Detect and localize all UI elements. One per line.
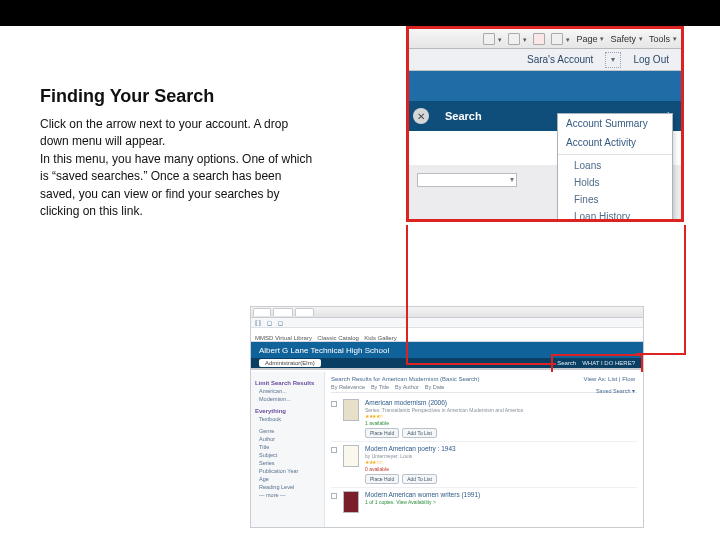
sidebar: Limit Search Results American... Moderni… <box>251 372 325 527</box>
ie-home-icon[interactable] <box>483 33 502 45</box>
toolbar-item[interactable]: ◻ <box>278 319 283 326</box>
ie-safety-menu[interactable]: Safety <box>610 34 643 44</box>
dd-fines[interactable]: Fines <box>558 191 672 208</box>
slide-heading: Finding Your Search <box>40 86 214 107</box>
sidebar-item[interactable]: Modernism... <box>255 396 320 402</box>
sidebar-item[interactable]: Textbook <box>255 416 320 422</box>
toolbar-item[interactable]: ⟦⟧ <box>255 319 261 326</box>
ie-tools-menu[interactable]: Tools <box>649 34 677 44</box>
nav-search-label[interactable]: Search <box>445 110 482 122</box>
browser-toolbar: ⟦⟧ ◻ ◻ <box>251 318 643 328</box>
app-screenshot: ⟦⟧ ◻ ◻ MMSD Virtual Library Classic Cata… <box>250 306 644 528</box>
cover-thumb[interactable] <box>343 445 359 467</box>
result-availability: 0 available <box>365 466 637 472</box>
viewas-list[interactable]: List <box>608 376 617 382</box>
school-name: Albert G Lane Technical High School <box>259 346 389 355</box>
callout-line <box>406 225 408 365</box>
sort-opt[interactable]: By Relevance <box>331 384 365 390</box>
callout-line <box>406 363 556 365</box>
sidebar-facet[interactable]: Reading Level <box>255 484 320 490</box>
ie-print-icon[interactable] <box>551 33 570 45</box>
sidebar-facet[interactable]: Age <box>255 476 320 482</box>
result-title[interactable]: American modernism (2006) <box>365 399 637 406</box>
site-top-nav: MMSD Virtual Library Classic Catalog Kid… <box>251 328 643 342</box>
ie-mail-icon[interactable] <box>533 33 545 45</box>
zoom-callout: Page Safety Tools Sara's Account ▾ Log O… <box>406 26 684 222</box>
slide-top-bar <box>0 0 720 26</box>
sidebar-facet[interactable]: Series <box>255 460 320 466</box>
place-hold-button[interactable]: Place Hold <box>365 474 399 484</box>
dropdown-input[interactable]: ▾ <box>417 173 517 187</box>
admin-right-search[interactable]: Search <box>557 360 576 366</box>
result-stars: ★★★☆☆ <box>365 459 637 465</box>
callout-line <box>684 225 686 355</box>
viewas-flow[interactable]: Flow <box>622 376 635 382</box>
dd-account-summary[interactable]: Account Summary <box>558 114 672 133</box>
add-to-list-button[interactable]: Add To List <box>402 428 437 438</box>
result-stars: ★★★★☆ <box>365 413 637 419</box>
sidebar-item[interactable]: American... <box>255 388 320 394</box>
result-checkbox[interactable] <box>331 493 337 499</box>
close-icon[interactable]: ✕ <box>413 108 429 124</box>
zoom-below: ✕ Search ch List | Flow ▾ Account Summar… <box>409 71 681 219</box>
sidebar-facet[interactable]: Author <box>255 436 320 442</box>
ie-feeds-icon[interactable] <box>508 33 527 45</box>
account-name[interactable]: Sara's Account <box>523 54 597 65</box>
browser-tabs <box>251 307 643 318</box>
school-banner: Albert G Lane Technical High School <box>251 342 643 358</box>
sidebar-section: Everything <box>255 408 320 414</box>
browser-tab[interactable] <box>295 308 313 316</box>
browser-tab[interactable] <box>253 308 271 316</box>
result-title[interactable]: Modern American women writers (1991) <box>365 491 637 498</box>
result-availability: 1 available <box>365 420 637 426</box>
result-row: Modern American women writers (1991) 1 o… <box>331 488 637 516</box>
sidebar-facet[interactable]: Title <box>255 444 320 450</box>
callout-line <box>636 353 686 355</box>
add-to-list-button[interactable]: Add To List <box>402 474 437 484</box>
logout-link[interactable]: Log Out <box>629 54 673 65</box>
ie-command-bar: Page Safety Tools <box>409 29 681 49</box>
site-link[interactable]: Classic Catalog <box>317 335 359 341</box>
cover-thumb[interactable] <box>343 399 359 421</box>
dd-loan-history[interactable]: Loan History <box>558 208 672 219</box>
place-hold-button[interactable]: Place Hold <box>365 428 399 438</box>
sort-opt[interactable]: By Author <box>395 384 419 390</box>
ie-page-menu[interactable]: Page <box>576 34 604 44</box>
saved-search-dropdown[interactable]: Saved Search ▾ <box>596 388 635 394</box>
result-title[interactable]: Modern American poetry : 1943 <box>365 445 637 452</box>
toolbar-item[interactable]: ◻ <box>267 319 272 326</box>
admin-pill[interactable]: Administrator(Elm) <box>259 359 321 367</box>
result-availability[interactable]: 1 of 1 copies. View Availability > <box>365 499 637 505</box>
dd-loans[interactable]: Loans <box>558 157 672 174</box>
result-row: Modern American poetry : 1943 by Unterme… <box>331 442 637 488</box>
sort-opt[interactable]: By Date <box>425 384 445 390</box>
account-dropdown-arrow[interactable]: ▾ <box>605 52 621 68</box>
result-row: American modernism (2006) Series: Transa… <box>331 396 637 442</box>
result-checkbox[interactable] <box>331 447 337 453</box>
account-bar: Sara's Account ▾ Log Out <box>409 49 681 71</box>
sort-bar: By Relevance By Title By Author By Date <box>331 384 637 393</box>
sidebar-facet[interactable]: Subject <box>255 452 320 458</box>
dd-account-activity[interactable]: Account Activity <box>558 133 672 152</box>
dd-separator <box>558 154 672 155</box>
sidebar-facet[interactable]: Publication Year <box>255 468 320 474</box>
dd-holds[interactable]: Holds <box>558 174 672 191</box>
viewas: View As: List | Flow <box>584 376 636 382</box>
result-checkbox[interactable] <box>331 401 337 407</box>
site-link[interactable]: MMSD Virtual Library <box>255 335 312 341</box>
browser-tab[interactable] <box>273 308 293 316</box>
sort-opt[interactable]: By Title <box>371 384 389 390</box>
sidebar-facet[interactable]: Genre <box>255 428 320 434</box>
slide-body-text: Click on the arrow next to your account.… <box>40 116 320 220</box>
site-link[interactable]: Kids Gallery <box>364 335 396 341</box>
sidebar-section: Limit Search Results <box>255 380 320 386</box>
header-blue-strip <box>409 71 681 101</box>
account-dropdown-menu: Account Summary Account Activity Loans H… <box>557 113 673 219</box>
admin-right-help[interactable]: WHAT I DO HERE? <box>582 360 635 366</box>
results-main: Search Results for American Modernism (B… <box>325 372 643 527</box>
cover-thumb[interactable] <box>343 491 359 513</box>
sidebar-facet-more[interactable]: — more — <box>255 492 320 498</box>
